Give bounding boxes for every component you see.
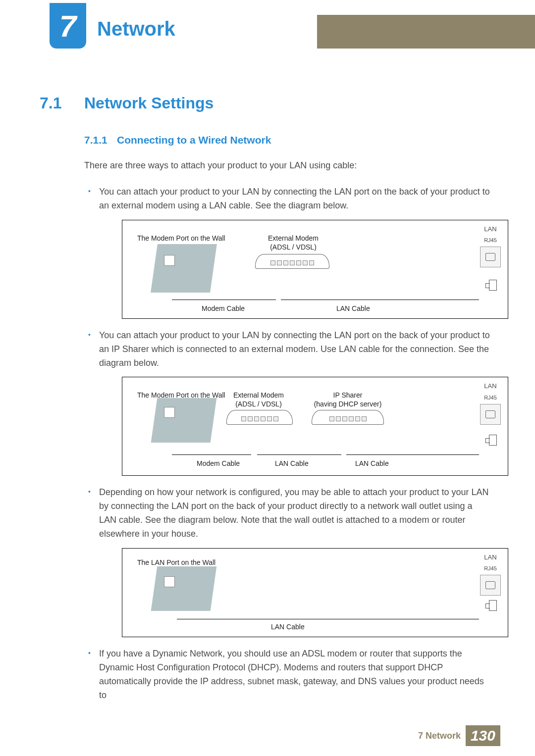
wire xyxy=(177,619,479,619)
wire xyxy=(172,454,251,455)
diagram-wall-direct: The LAN Port on the Wall LAN RJ45 LAN Ca… xyxy=(122,548,508,637)
plug-icon xyxy=(489,280,497,291)
wire xyxy=(281,300,479,300)
wire xyxy=(346,454,479,455)
modem-icon xyxy=(226,410,293,425)
lan-panel: LAN RJ45 xyxy=(477,553,504,596)
label-lan-cable: LAN Cable xyxy=(271,622,305,633)
lan-port-icon xyxy=(480,404,501,425)
label-lan-cable: LAN Cable xyxy=(275,458,309,469)
section-heading: 7.1 Network Settings xyxy=(40,94,490,112)
wall-port-icon xyxy=(164,255,175,266)
subsection-title: Connecting to a Wired Network xyxy=(117,134,271,146)
list-item: If you have a Dynamic Network, you shoul… xyxy=(84,647,490,703)
list-item-text: You can attach your product to your LAN … xyxy=(99,187,490,210)
list-item: Depending on how your network is configu… xyxy=(84,486,490,637)
list-item-text: If you have a Dynamic Network, you shoul… xyxy=(99,649,484,700)
diagram-modem: The Modem Port on the Wall External Mode… xyxy=(122,220,508,319)
subsection-number: 7.1.1 xyxy=(84,134,117,146)
label-rj45: RJ45 xyxy=(477,394,504,402)
list-item: You can attach your product to your LAN … xyxy=(84,185,490,319)
diagram-ipsharer: The Modem Port on the Wall External Mode… xyxy=(122,377,508,476)
wire xyxy=(172,300,276,300)
intro-text: There are three ways to attach your prod… xyxy=(84,159,490,172)
wall-icon xyxy=(151,398,217,443)
wall-port-icon xyxy=(164,576,175,587)
wall-icon xyxy=(151,244,217,293)
label-wall-modem: The Modem Port on the Wall xyxy=(137,233,225,244)
sharer-icon xyxy=(312,410,384,425)
lan-panel: LAN RJ45 xyxy=(477,381,504,424)
page-footer: 7 Network 130 xyxy=(418,725,500,746)
label-lan: LAN xyxy=(477,553,504,562)
label-adsl: (ADSL / VDSL) xyxy=(256,242,330,253)
bullet-list: You can attach your product to your LAN … xyxy=(84,185,490,703)
label-rj45: RJ45 xyxy=(477,236,504,245)
lan-panel: LAN RJ45 xyxy=(477,224,504,267)
label-modem-cable: Modem Cable xyxy=(202,303,245,314)
wall-icon xyxy=(151,566,217,611)
section-number: 7.1 xyxy=(40,94,84,112)
label-dhcp: (having DHCP server) xyxy=(311,399,385,410)
page-content: 7.1 Network Settings 7.1.1 Connecting to… xyxy=(40,94,490,710)
plug-icon xyxy=(489,435,497,446)
lan-port-icon xyxy=(480,247,501,267)
wire xyxy=(257,454,341,455)
lan-port-icon xyxy=(480,575,501,596)
page-number: 130 xyxy=(466,725,500,746)
label-lan-cable: LAN Cable xyxy=(355,458,389,469)
subsection-heading: 7.1.1 Connecting to a Wired Network xyxy=(84,134,490,146)
label-adsl: (ADSL / VDSL) xyxy=(226,399,291,410)
section-title: Network Settings xyxy=(84,94,214,112)
label-modem-cable: Modem Cable xyxy=(197,458,240,469)
label-lan-cable: LAN Cable xyxy=(336,303,370,314)
chapter-number-badge: 7 xyxy=(50,3,86,49)
label-lan: LAN xyxy=(477,224,504,234)
label-rj45: RJ45 xyxy=(477,564,504,573)
label-lan: LAN xyxy=(477,381,504,391)
plug-icon xyxy=(489,600,497,611)
list-item-text: You can attach your product to your LAN … xyxy=(99,330,490,368)
wall-port-icon xyxy=(164,407,175,418)
footer-chapter-ref: 7 Network xyxy=(418,731,461,741)
chapter-title: Network xyxy=(97,18,175,40)
list-item-text: Depending on how your network is configu… xyxy=(99,487,488,539)
list-item: You can attach your product to your LAN … xyxy=(84,329,490,476)
modem-icon xyxy=(255,254,329,269)
